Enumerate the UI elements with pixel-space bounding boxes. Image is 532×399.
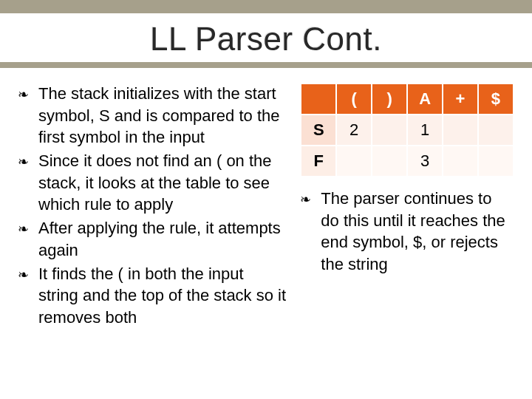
list-item: It finds the ( in both the input string … (18, 263, 287, 329)
col-header: A (407, 83, 443, 115)
table-cell: 3 (407, 146, 443, 177)
table-cell (443, 115, 478, 146)
table-corner (301, 83, 336, 115)
table-cell (372, 115, 407, 146)
table-cell (336, 146, 372, 177)
title-bar: LL Parser Cont. (0, 0, 532, 68)
left-column: The stack initializes with the start sym… (18, 83, 296, 330)
row-header: S (301, 115, 336, 146)
list-item: Since it does not find an ( on the stack… (18, 150, 287, 216)
bullet-text: It finds the ( in both the input string … (38, 265, 286, 327)
parse-table: ( ) A + $ S 2 1 F (300, 83, 514, 177)
table-row: F 3 (301, 146, 514, 177)
table-cell (478, 146, 514, 177)
bullet-text: Since it does not find an ( on the stack… (38, 151, 272, 214)
right-bullet-list: The parser continues to do this until it… (300, 188, 514, 276)
list-item: The stack initializes with the start sym… (18, 83, 287, 149)
bullet-text: After applying the rule, it attempts aga… (38, 219, 281, 259)
table-cell (478, 115, 514, 146)
table-cell (372, 146, 407, 177)
list-item: After applying the rule, it attempts aga… (18, 217, 287, 261)
bullet-text: The stack initializes with the start sym… (38, 84, 280, 146)
right-column: ( ) A + $ S 2 1 F (296, 83, 514, 330)
col-header: ) (372, 83, 407, 115)
col-header: ( (336, 83, 372, 115)
content-area: The stack initializes with the start sym… (0, 68, 532, 330)
table-cell (443, 146, 478, 177)
list-item: The parser continues to do this until it… (300, 188, 514, 276)
slide-title: LL Parser Cont. (0, 21, 532, 58)
table-cell: 2 (336, 115, 372, 146)
bullet-text: The parser continues to do this until it… (321, 189, 505, 273)
table-row: S 2 1 (301, 115, 514, 146)
left-bullet-list: The stack initializes with the start sym… (18, 83, 287, 329)
table-cell: 1 (407, 115, 443, 146)
row-header: F (301, 146, 336, 177)
col-header: $ (478, 83, 514, 115)
col-header: + (443, 83, 478, 115)
